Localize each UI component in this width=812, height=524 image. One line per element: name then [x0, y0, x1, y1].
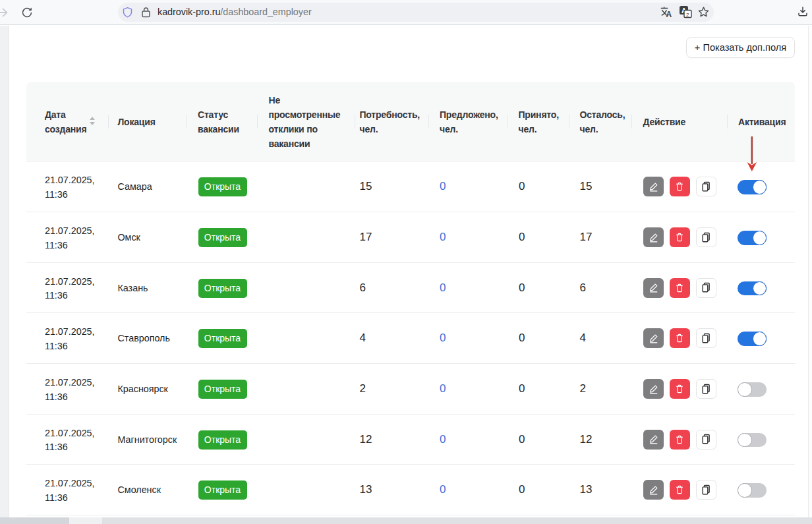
svg-text:2: 2 [686, 12, 689, 18]
svg-text:A: A [666, 10, 672, 18]
